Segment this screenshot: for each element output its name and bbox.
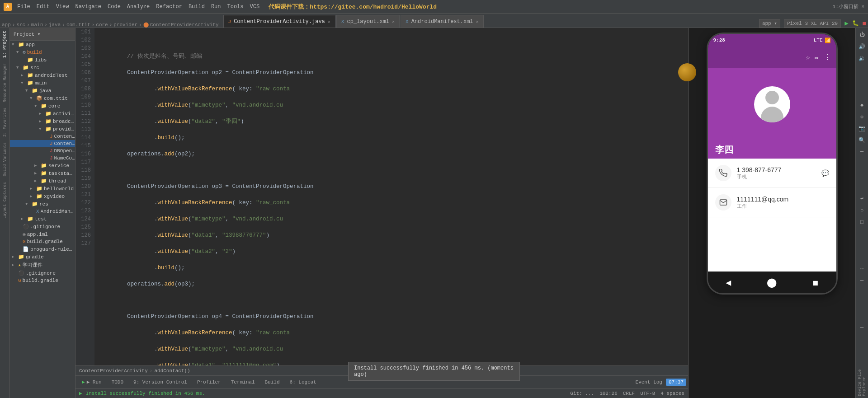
menu-code[interactable]: Code (108, 4, 121, 10)
menu-view[interactable]: View (56, 4, 69, 10)
menu-refactor[interactable]: Refactor (156, 4, 182, 10)
phone-sms-icon[interactable]: 💬 (821, 169, 829, 177)
menu-navigate[interactable]: Navigate (75, 4, 101, 10)
tree-provider[interactable]: ▼📁provider (10, 125, 75, 133)
todo-tab[interactable]: TODO (107, 379, 128, 386)
recents-btn[interactable]: ◼ (813, 277, 818, 288)
tree-buildgradle2[interactable]: Gbuild.gradle (10, 277, 75, 284)
tree-res[interactable]: ▼📁res (10, 200, 75, 208)
breadcrumb-provider[interactable]: provider (113, 22, 137, 28)
window-controls[interactable]: 1:小窗口插 × (833, 3, 864, 10)
tree-app[interactable]: ▼📁app (10, 41, 75, 48)
logcat-tab[interactable]: 6: Logcat (285, 379, 321, 386)
phone-contact-phone-row[interactable]: 1 398-877-6777 手机 💬 (708, 159, 836, 188)
tree-dbopen[interactable]: JDBOpenHelper (10, 147, 75, 155)
encoding[interactable]: UTF-8 (640, 391, 655, 396)
back-btn[interactable]: ◀ (726, 277, 731, 288)
code-bc-method[interactable]: addContact() (154, 368, 190, 374)
line-sep[interactable]: CRLF (623, 391, 635, 396)
tree-thread[interactable]: ▶📁thread (10, 177, 75, 185)
tab-xml-manifest[interactable]: X AndroidManifest.xml ✕ (401, 15, 483, 28)
vcs-tab[interactable]: 9: Version Control (129, 379, 192, 386)
breadcrumb-src[interactable]: src (16, 22, 25, 28)
run-btn[interactable]: ▶ (844, 19, 848, 27)
layout-captures-tab[interactable]: Layout Captures (1, 179, 9, 221)
tree-namecontent[interactable]: JNameContentProvide... (10, 155, 75, 162)
minus-btn[interactable]: — (857, 147, 867, 157)
stop-btn[interactable]: ◼ (863, 19, 866, 27)
volume-down-btn[interactable]: 🔉 (857, 53, 867, 63)
volume-up-btn[interactable]: 🔊 (857, 42, 867, 52)
tree-java[interactable]: ▼📁java (10, 87, 75, 94)
code-scroll-area[interactable]: 101 102 103 104 105 106 107 108 109 110 … (75, 28, 688, 365)
event-log-btn[interactable]: Event Log (636, 379, 662, 385)
pen-btn[interactable]: ◇ (857, 112, 867, 122)
tree-service[interactable]: ▶📁service (10, 162, 75, 169)
terminal-tab[interactable]: Terminal (226, 379, 259, 386)
menu-bar[interactable]: File Edit View Navigate Code Analyze Ref… (17, 4, 259, 10)
breadcrumb-java[interactable]: java (49, 22, 61, 28)
tree-com[interactable]: ▼📦com.ttit (10, 94, 75, 102)
favorites-tab[interactable]: 2: Favorites (1, 105, 9, 140)
tab-java-close[interactable]: ✕ (328, 19, 330, 24)
project-tab[interactable]: 1: Project (1, 28, 9, 61)
breadcrumb-com[interactable]: com.ttit (66, 22, 90, 28)
git-branch[interactable]: Git: ... (570, 391, 594, 396)
tab-xml-cp-close[interactable]: ✕ (392, 19, 395, 24)
tree-src[interactable]: ▼📁src (10, 64, 75, 71)
tree-xgvideo[interactable]: ▶📁xgvideo (10, 192, 75, 200)
tree-cpact[interactable]: JContentProviderActi... (10, 140, 75, 147)
menu-tools[interactable]: Tools (227, 4, 244, 10)
tree-libs[interactable]: 📁libs (10, 56, 75, 64)
tree-gitignore1[interactable]: ⚫.gitignore (10, 223, 75, 230)
tree-broadcastreceiver[interactable]: ▶📁broadcastreceiver (10, 117, 75, 125)
tree-gradle[interactable]: ▶📁gradle (10, 253, 75, 261)
tree-appiml[interactable]: ◉app.iml (10, 230, 75, 238)
tree-lessons[interactable]: ▶★学习课件 (10, 261, 75, 269)
device-explorer-btn[interactable]: Device File Explorer (857, 369, 867, 396)
breadcrumb-class[interactable]: ⬤ (143, 22, 149, 28)
tree-main[interactable]: ▼📁main (10, 79, 75, 87)
edit-icon[interactable]: ✏ (815, 53, 819, 62)
phone-contact-email-row[interactable]: 1111111@qq.com 工作 (708, 188, 836, 217)
device-dropdown[interactable]: app ▾ (759, 19, 780, 28)
tree-build[interactable]: ▼⚙build (10, 48, 75, 56)
tree-manifest[interactable]: XAndroidManifest.xml (10, 208, 75, 215)
tree-gitignore2[interactable]: ⚫.gitignore (10, 269, 75, 277)
camera-btn[interactable]: 📷 (857, 123, 867, 133)
tree-cp2act[interactable]: JContentProvider2Ac... (10, 133, 75, 140)
tree-taskstack[interactable]: ▶📁taskstack (10, 169, 75, 177)
tab-java[interactable]: J ContentProviderActivity.java ✕ (223, 15, 335, 28)
more-icon[interactable]: ⋮ (824, 53, 831, 62)
minus2-btn[interactable]: — (857, 276, 867, 286)
menu-vcs[interactable]: VCS (250, 4, 260, 10)
tree-activity[interactable]: ▶📁activity (10, 110, 75, 117)
breadcrumb-main[interactable]: main (31, 22, 43, 28)
menu-run[interactable]: Run (211, 4, 221, 10)
breadcrumb-app[interactable]: app (2, 22, 11, 28)
breadcrumb-core[interactable]: core (96, 22, 108, 28)
debug-btn[interactable]: 🐛 (852, 20, 859, 27)
circle-btn[interactable]: ○ (857, 206, 867, 215)
menu-edit[interactable]: Edit (37, 4, 50, 10)
zoom-btn[interactable]: 🔍 (857, 135, 867, 145)
run-tab[interactable]: ▶ ▶ Run (77, 378, 106, 386)
build-tab[interactable]: Build (260, 379, 284, 386)
menu-file[interactable]: File (17, 4, 30, 10)
tree-proguard[interactable]: 📄proguard-rules.pro (10, 245, 75, 253)
phone-header-icons[interactable]: ☆ ✏ ⋮ (806, 53, 830, 62)
tree-buildgradle1[interactable]: Gbuild.gradle (10, 238, 75, 245)
tab-xml-cp[interactable]: X cp_layout.xml ✕ (336, 15, 400, 28)
indent-info[interactable]: 4 spaces (660, 391, 684, 396)
tree-androidtest[interactable]: ▶📁androidTest (10, 71, 75, 79)
menu-build[interactable]: Build (189, 4, 205, 10)
profiler-tab[interactable]: Profiler (193, 379, 226, 386)
more-btn[interactable]: ⋯ (857, 264, 867, 274)
breadcrumb-class-name[interactable]: ContentProviderActivity (150, 22, 219, 28)
build-variants-tab[interactable]: Build Variants (1, 140, 9, 179)
menu-analyze[interactable]: Analyze (127, 4, 150, 10)
pixel-device[interactable]: Pixel 3 XL API 29 (784, 19, 841, 28)
tree-test[interactable]: ▶📁test (10, 215, 75, 223)
minus3-btn[interactable]: — (857, 323, 867, 332)
palette-btn[interactable]: ◆ (857, 100, 867, 110)
